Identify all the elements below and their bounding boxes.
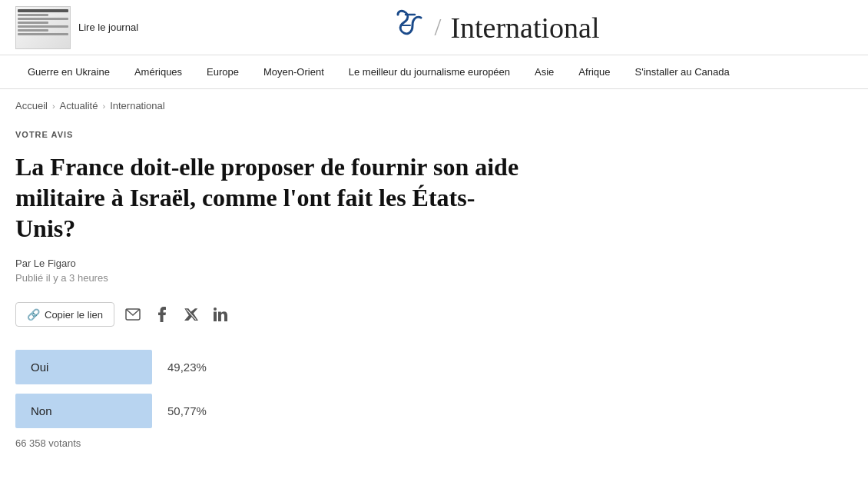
twitter-share-icon[interactable]: [181, 304, 202, 325]
article-label: VOTRE AVIS: [15, 130, 615, 139]
facebook-share-icon[interactable]: [151, 304, 173, 325]
nav-item-europe[interactable]: Europe: [194, 55, 251, 89]
poll-btn-non[interactable]: Non: [15, 394, 152, 428]
poll-option-oui: Oui 49,23%: [15, 350, 615, 384]
article-author: Par Le Figaro: [15, 258, 615, 269]
breadcrumb-actualite[interactable]: Actualité: [60, 100, 98, 111]
article-content: VOTRE AVIS La France doit-elle proposer …: [0, 122, 630, 472]
top-bar: Lire le journal / International: [0, 0, 868, 55]
email-share-icon[interactable]: [122, 304, 144, 325]
header-section-title: International: [450, 11, 599, 45]
lire-journal-link[interactable]: Lire le journal: [78, 22, 138, 33]
breadcrumb-sep-1: ›: [52, 101, 55, 111]
newspaper-thumbnail: [15, 6, 71, 49]
svg-rect-1: [214, 312, 217, 322]
nav-item-ukraine[interactable]: Guerre en Ukraine: [15, 55, 122, 89]
figaro-logo-icon: [392, 8, 426, 47]
copy-link-label: Copier le lien: [45, 309, 103, 321]
share-bar: 🔗 Copier le lien: [15, 302, 615, 327]
breadcrumb: Accueil › Actualité › International: [0, 89, 868, 122]
poll-pct-oui: 49,23%: [167, 361, 207, 374]
nav-item-journalisme[interactable]: Le meilleur du journalisme européen: [336, 55, 522, 89]
link-icon: 🔗: [27, 308, 40, 321]
poll-pct-non: 50,77%: [167, 404, 207, 417]
article-title: La France doit-elle proposer de fournir …: [15, 151, 522, 244]
nav-item-afrique[interactable]: Afrique: [566, 55, 622, 89]
breadcrumb-accueil[interactable]: Accueil: [15, 100, 48, 111]
header-separator: /: [435, 13, 442, 42]
poll-btn-oui[interactable]: Oui: [15, 350, 152, 384]
copy-link-button[interactable]: 🔗 Copier le lien: [15, 302, 114, 327]
linkedin-share-icon[interactable]: [210, 304, 231, 325]
logo-area: Lire le journal: [15, 6, 138, 49]
breadcrumb-sep-2: ›: [102, 101, 105, 111]
nav-item-canada[interactable]: S'installer au Canada: [623, 55, 742, 89]
header-center: / International: [138, 8, 853, 47]
breadcrumb-international[interactable]: International: [110, 100, 165, 111]
poll-container: Oui 49,23% Non 50,77% 66 358 votants: [15, 350, 615, 449]
poll-voters: 66 358 votants: [15, 437, 615, 449]
nav-item-asie[interactable]: Asie: [522, 55, 566, 89]
nav-bar: Guerre en Ukraine Amériques Europe Moyen…: [0, 55, 868, 89]
nav-item-ameriques[interactable]: Amériques: [122, 55, 194, 89]
poll-option-non: Non 50,77%: [15, 394, 615, 428]
nav-item-moyen-orient[interactable]: Moyen-Orient: [251, 55, 336, 89]
svg-point-2: [214, 308, 217, 311]
article-published: Publié il y a 3 heures: [15, 272, 615, 284]
